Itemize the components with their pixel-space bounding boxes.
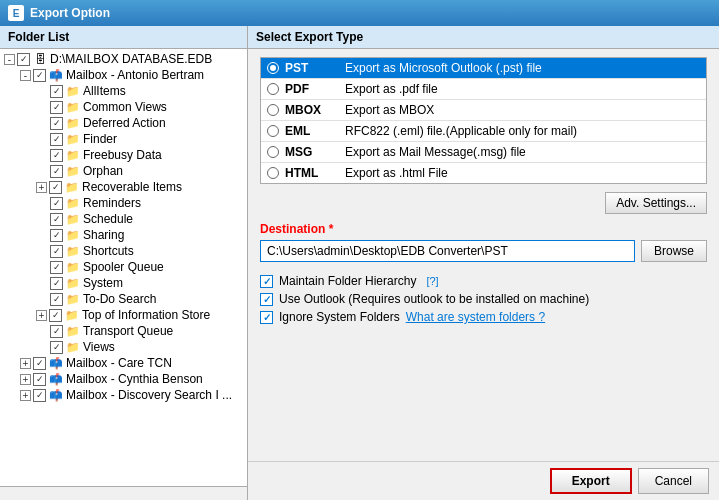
folder-icon: 📁	[65, 101, 81, 113]
export-button[interactable]: Export	[550, 468, 632, 494]
folder-checkbox[interactable]	[50, 85, 63, 98]
expander[interactable]: +	[20, 358, 31, 369]
expander[interactable]	[36, 229, 48, 241]
tree-item-sharing[interactable]: 📁Sharing	[0, 227, 247, 243]
folder-checkbox[interactable]	[33, 357, 46, 370]
expander[interactable]	[36, 85, 48, 97]
horizontal-scrollbar[interactable]	[0, 486, 247, 500]
tree-item-schedule[interactable]: 📁Schedule	[0, 211, 247, 227]
tree-item-orphan[interactable]: 📁Orphan	[0, 163, 247, 179]
folder-checkbox[interactable]	[33, 389, 46, 402]
export-type-desc: Export as .pdf file	[345, 82, 438, 96]
tree-item-reminders[interactable]: 📁Reminders	[0, 195, 247, 211]
folder-checkbox[interactable]	[50, 133, 63, 146]
tree-item-mailbox-discovery[interactable]: +📫Mailbox - Discovery Search I ...	[0, 387, 247, 403]
expander[interactable]	[36, 261, 48, 273]
tree-item-topofinfo[interactable]: +📁Top of Information Store	[0, 307, 247, 323]
export-row-eml[interactable]: EMLRFC822 (.eml) file.(Applicable only f…	[261, 121, 706, 142]
export-row-pst[interactable]: PSTExport as Microsoft Outlook (.pst) fi…	[261, 58, 706, 79]
qmark-maintain-hierarchy[interactable]: [?]	[426, 275, 438, 287]
expander[interactable]	[36, 101, 48, 113]
option-checkbox-ignore-system[interactable]	[260, 311, 273, 324]
folder-checkbox[interactable]	[50, 197, 63, 210]
folder-label: Sharing	[83, 228, 124, 242]
radio-mbox[interactable]	[267, 104, 279, 116]
folder-checkbox[interactable]	[50, 117, 63, 130]
tree-item-views[interactable]: 📁Views	[0, 339, 247, 355]
expander[interactable]: -	[20, 70, 31, 81]
export-type-name: HTML	[285, 166, 345, 180]
tree-item-system[interactable]: 📁System	[0, 275, 247, 291]
export-type-name: EML	[285, 124, 345, 138]
tree-item-mailbox-caretcn[interactable]: +📫Mailbox - Care TCN	[0, 355, 247, 371]
folder-checkbox[interactable]	[50, 261, 63, 274]
adv-settings-button[interactable]: Adv. Settings...	[605, 192, 707, 214]
expander[interactable]	[36, 197, 48, 209]
folder-checkbox[interactable]	[49, 309, 62, 322]
expander[interactable]: +	[36, 182, 47, 193]
option-checkbox-maintain-hierarchy[interactable]	[260, 275, 273, 288]
tree-item-mailbox-antonio[interactable]: -📫Mailbox - Antonio Bertram	[0, 67, 247, 83]
tree-item-shortcuts[interactable]: 📁Shortcuts	[0, 243, 247, 259]
folder-checkbox[interactable]	[50, 341, 63, 354]
radio-pst[interactable]	[267, 62, 279, 74]
option-link-ignore-system[interactable]: What are system folders ?	[406, 310, 545, 324]
folder-checkbox[interactable]	[50, 245, 63, 258]
export-row-msg[interactable]: MSGExport as Mail Message(.msg) file	[261, 142, 706, 163]
tree-item-allitems[interactable]: 📁AllItems	[0, 83, 247, 99]
tree-item-todosearch[interactable]: 📁To-Do Search	[0, 291, 247, 307]
expander[interactable]: -	[4, 54, 15, 65]
folder-checkbox[interactable]	[33, 373, 46, 386]
expander[interactable]: +	[20, 390, 31, 401]
tree-item-recoverableitems[interactable]: +📁Recoverable Items	[0, 179, 247, 195]
tree-item-finder[interactable]: 📁Finder	[0, 131, 247, 147]
folder-checkbox[interactable]	[50, 213, 63, 226]
folder-checkbox[interactable]	[50, 277, 63, 290]
expander[interactable]	[36, 293, 48, 305]
destination-input[interactable]	[260, 240, 635, 262]
option-checkbox-use-outlook[interactable]	[260, 293, 273, 306]
expander[interactable]	[36, 149, 48, 161]
tree-item-mailbox-cynthia[interactable]: +📫Mailbox - Cynthia Benson	[0, 371, 247, 387]
expander[interactable]: +	[36, 310, 47, 321]
radio-html[interactable]	[267, 167, 279, 179]
expander[interactable]	[36, 341, 48, 353]
folder-checkbox[interactable]	[50, 165, 63, 178]
folder-checkbox[interactable]	[50, 229, 63, 242]
expander[interactable]	[36, 165, 48, 177]
folder-label: Freebusy Data	[83, 148, 162, 162]
cancel-button[interactable]: Cancel	[638, 468, 709, 494]
folder-label: Shortcuts	[83, 244, 134, 258]
folder-checkbox[interactable]	[49, 181, 62, 194]
folder-icon: 📫	[48, 357, 64, 369]
export-type-name: PDF	[285, 82, 345, 96]
export-row-html[interactable]: HTMLExport as .html File	[261, 163, 706, 183]
folder-checkbox[interactable]	[50, 325, 63, 338]
tree-item-transportqueue[interactable]: 📁Transport Queue	[0, 323, 247, 339]
browse-button[interactable]: Browse	[641, 240, 707, 262]
expander[interactable]	[36, 277, 48, 289]
folder-icon: 🗄	[32, 53, 48, 65]
tree-item-spoolerqueue[interactable]: 📁Spooler Queue	[0, 259, 247, 275]
tree-item-deferredaction[interactable]: 📁Deferred Action	[0, 115, 247, 131]
folder-checkbox[interactable]	[33, 69, 46, 82]
folder-checkbox[interactable]	[50, 149, 63, 162]
folder-checkbox[interactable]	[17, 53, 30, 66]
expander[interactable]	[36, 133, 48, 145]
tree-item-commonviews[interactable]: 📁Common Views	[0, 99, 247, 115]
expander[interactable]	[36, 245, 48, 257]
folder-checkbox[interactable]	[50, 293, 63, 306]
export-row-pdf[interactable]: PDFExport as .pdf file	[261, 79, 706, 100]
expander[interactable]: +	[20, 374, 31, 385]
folder-label: Transport Queue	[83, 324, 173, 338]
tree-item-root[interactable]: -🗄D:\MAILBOX DATABASE.EDB	[0, 51, 247, 67]
expander[interactable]	[36, 213, 48, 225]
radio-pdf[interactable]	[267, 83, 279, 95]
folder-checkbox[interactable]	[50, 101, 63, 114]
tree-item-freebusydata[interactable]: 📁Freebusy Data	[0, 147, 247, 163]
expander[interactable]	[36, 325, 48, 337]
export-row-mbox[interactable]: MBOXExport as MBOX	[261, 100, 706, 121]
radio-eml[interactable]	[267, 125, 279, 137]
radio-msg[interactable]	[267, 146, 279, 158]
expander[interactable]	[36, 117, 48, 129]
